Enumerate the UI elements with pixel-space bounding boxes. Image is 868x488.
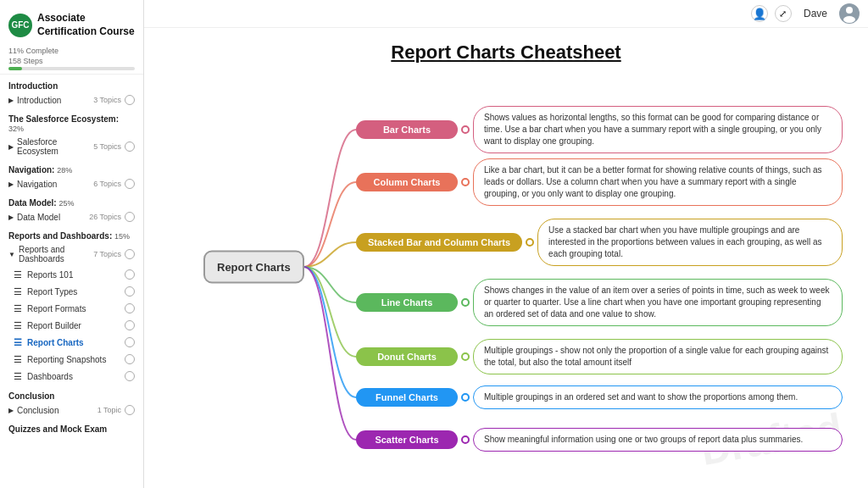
connector-dot-funnel-charts bbox=[461, 393, 470, 402]
sidebar-item-label: Report Types bbox=[27, 287, 125, 297]
arrow-icon: ▶ bbox=[8, 214, 14, 221]
connector-dot-scatter-charts bbox=[461, 435, 470, 444]
list-icon: ☰ bbox=[12, 353, 24, 365]
svg-point-1 bbox=[843, 16, 855, 23]
arrow-icon: ▶ bbox=[8, 143, 14, 151]
completion-circle bbox=[125, 405, 135, 415]
sidebar-item-dashboards[interactable]: ☰ Dashboards bbox=[0, 368, 143, 385]
expand-icon[interactable]: ⤢ bbox=[775, 5, 792, 22]
sidebar-item-report-builder[interactable]: ☰ Report Builder bbox=[0, 317, 143, 334]
page-title: Report Charts Cheatsheet bbox=[161, 42, 851, 64]
person-circle-icon[interactable]: 👤 bbox=[751, 5, 768, 22]
chart-row-column-charts: Column ChartsLike a bar chart, but it ca… bbox=[356, 158, 843, 206]
completion-circle bbox=[125, 286, 135, 297]
chart-desc-funnel-charts: Multiple groupings in an ordered set and… bbox=[473, 385, 843, 409]
sidebar-item-salesforce-ecosystem[interactable]: ▶ Salesforce Ecosystem 5 Topics bbox=[0, 135, 143, 158]
arrow-icon: ▶ bbox=[8, 407, 14, 414]
sidebar-item-navigation[interactable]: ▶ Navigation 6 Topics bbox=[0, 176, 143, 191]
mindmap: Report Charts Bar ChartsShows values as … bbox=[161, 80, 851, 453]
chart-row-funnel-charts: Funnel ChartsMultiple groupings in an or… bbox=[356, 385, 843, 409]
chart-row-stacked-bar-column-charts: Stacked Bar and Column ChartsUse a stack… bbox=[356, 219, 843, 266]
chart-pill-column-charts: Column Charts bbox=[356, 173, 458, 191]
sidebar-item-conclusion[interactable]: ▶ Conclusion 1 Topic bbox=[0, 402, 143, 418]
chart-desc-line-charts: Shows changes in the value of an item ov… bbox=[473, 279, 843, 326]
sidebar-item-label: Reports 101 bbox=[27, 270, 125, 280]
chart-row-scatter-charts: Scatter ChartsShow meaningful informatio… bbox=[356, 428, 843, 452]
list-icon: ☰ bbox=[12, 370, 24, 382]
topics-count: 7 Topics bbox=[93, 250, 121, 258]
topics-count: 26 Topics bbox=[89, 213, 121, 221]
sidebar-item-label: Reporting Snapshots bbox=[27, 355, 125, 364]
topics-count: 5 Topics bbox=[93, 142, 121, 151]
completion-circle bbox=[125, 212, 135, 222]
arrow-icon: ▼ bbox=[8, 251, 15, 258]
list-icon: ☰ bbox=[12, 269, 24, 280]
section-reports: Reports and Dashboards: 15% bbox=[0, 225, 143, 242]
chart-desc-scatter-charts: Show meaningful information using one or… bbox=[473, 428, 843, 452]
completion-circle bbox=[125, 320, 135, 330]
completion-circle bbox=[125, 269, 135, 280]
completion-circle bbox=[125, 249, 135, 259]
avatar bbox=[839, 3, 860, 24]
completion-circle bbox=[125, 179, 135, 189]
sidebar-item-data-model[interactable]: ▶ Data Model 26 Topics bbox=[0, 209, 143, 225]
list-icon: ☰ bbox=[12, 302, 24, 314]
connector-dot-column-charts bbox=[461, 178, 470, 186]
completion-circle bbox=[125, 303, 135, 313]
topbar-icons: 👤 ⤢ Dave bbox=[751, 3, 860, 24]
topics-count: 3 Topics bbox=[93, 96, 121, 104]
section-navigation: Navigation: 28% bbox=[0, 158, 143, 176]
sidebar-item-label: Report Builder bbox=[27, 321, 125, 330]
sidebar-item-reports-dashboards[interactable]: ▼ Reports and Dashboards 7 Topics bbox=[0, 242, 143, 266]
username-label: Dave bbox=[804, 8, 827, 19]
sidebar-item-label: Conclusion bbox=[17, 406, 97, 415]
section-introduction: Introduction bbox=[0, 75, 143, 92]
completion-circle bbox=[125, 95, 135, 105]
sidebar-logo: GFC Associate Certification Course bbox=[0, 7, 143, 42]
progress-bar bbox=[8, 67, 135, 70]
chart-desc-stacked-bar-column-charts: Use a stacked bar chart when you have mu… bbox=[537, 219, 843, 266]
chart-desc-donut-charts: Multiple groupings - show not only the p… bbox=[473, 339, 843, 374]
connector-dot-line-charts bbox=[461, 298, 470, 307]
arrow-icon: ▶ bbox=[8, 180, 14, 188]
chart-pill-funnel-charts: Funnel Charts bbox=[356, 388, 458, 407]
completion-circle bbox=[125, 371, 135, 381]
list-icon: ☰ bbox=[12, 286, 24, 297]
chart-pill-bar-charts: Bar Charts bbox=[356, 120, 458, 139]
list-icon: ☰ bbox=[12, 336, 24, 348]
chart-pill-donut-charts: Donut Charts bbox=[356, 347, 458, 366]
sidebar-item-report-formats[interactable]: ☰ Report Formats bbox=[0, 300, 143, 317]
chart-pill-stacked-bar-column-charts: Stacked Bar and Column Charts bbox=[356, 233, 522, 252]
chart-pill-line-charts: Line Charts bbox=[356, 293, 458, 312]
sidebar-item-label: Data Model bbox=[17, 213, 89, 222]
logo-icon: GFC bbox=[8, 14, 32, 37]
chart-desc-bar-charts: Shows values as horizontal lengths, so t… bbox=[473, 106, 843, 153]
chart-row-line-charts: Line ChartsShows changes in the value of… bbox=[356, 279, 843, 326]
chart-desc-column-charts: Like a bar chart, but it can be a better… bbox=[473, 158, 843, 206]
sidebar: GFC Associate Certification Course 11% C… bbox=[0, 0, 144, 488]
chart-row-donut-charts: Donut ChartsMultiple groupings - show no… bbox=[356, 339, 843, 374]
sidebar-item-reports101[interactable]: ☰ Reports 101 bbox=[0, 266, 143, 283]
completion-circle bbox=[125, 337, 135, 347]
topics-count: 6 Topics bbox=[93, 180, 121, 188]
chart-pill-scatter-charts: Scatter Charts bbox=[356, 430, 458, 449]
topbar: 👤 ⤢ Dave bbox=[144, 0, 868, 28]
completion-circle bbox=[125, 141, 135, 152]
sidebar-item-reporting-snapshots[interactable]: ☰ Reporting Snapshots bbox=[0, 351, 143, 368]
section-conclusion: Conclusion bbox=[0, 385, 143, 402]
sidebar-item-report-types[interactable]: ☰ Report Types bbox=[0, 283, 143, 300]
central-node: Report Charts bbox=[203, 251, 304, 284]
connector-dot-donut-charts bbox=[461, 352, 470, 361]
sidebar-item-label: Reports and Dashboards bbox=[19, 245, 93, 263]
sidebar-item-label: Dashboards bbox=[27, 372, 125, 381]
completion-circle bbox=[125, 354, 135, 364]
list-icon: ☰ bbox=[12, 319, 24, 331]
sidebar-item-report-charts[interactable]: ☰ Report Charts bbox=[0, 334, 143, 351]
progress-steps: 158 Steps bbox=[8, 57, 135, 65]
sidebar-item-label: Report Charts bbox=[27, 338, 125, 347]
sidebar-item-introduction[interactable]: ▶ Introduction 3 Topics bbox=[0, 92, 143, 108]
section-quizzes: Quizzes and Mock Exam bbox=[0, 418, 143, 435]
section-salesforce: The Salesforce Ecosystem: 32% bbox=[0, 108, 143, 135]
progress-fill bbox=[8, 67, 22, 70]
sidebar-item-label: Salesforce Ecosystem bbox=[17, 137, 93, 156]
